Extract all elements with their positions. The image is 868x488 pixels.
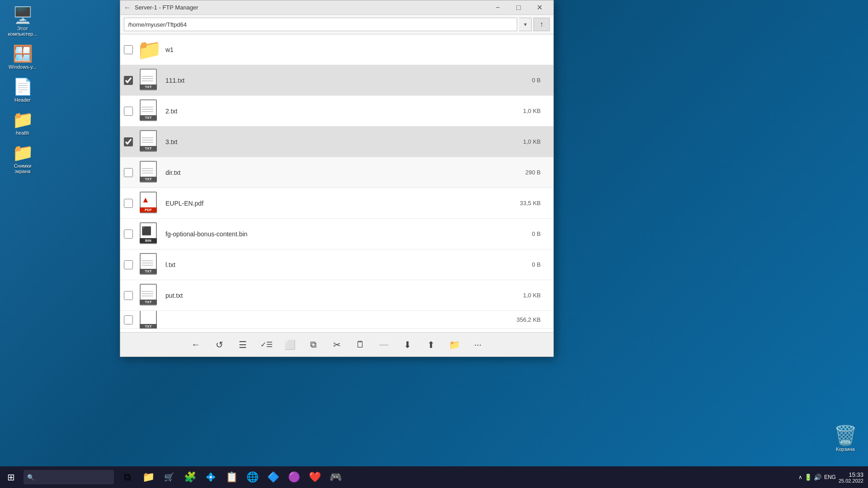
table-row[interactable]: TXT l.txt 0 B (120, 249, 553, 280)
recycle-bin-icon: 🗑️ (834, 424, 857, 446)
file-checkbox[interactable] (124, 137, 133, 146)
computer-label: Этоткомпьютер... (8, 26, 38, 37)
new-folder-button[interactable]: 📁 (444, 335, 464, 355)
table-row[interactable]: ▲ PDF EUPL-EN.pdf 33,5 KB (120, 188, 553, 219)
tray-chevron[interactable]: ∧ (798, 474, 802, 480)
taskbar: ⊞ 🔍 ⧉ 📁 🛒 🧩 💠 📋 🌐 🔷 🟣 ❤️ 🎮 ∧ 🔋 🔊 ENG (0, 466, 868, 488)
lang-indicator: ENG (824, 474, 836, 480)
desktop-icon-computer[interactable]: 🖥️ Этоткомпьютер... (5, 5, 41, 38)
txt-icon: TXT (138, 311, 160, 329)
tray-icons: ∧ 🔋 🔊 (798, 474, 821, 481)
app1-button[interactable]: 🧩 (180, 467, 200, 487)
navigate-up-button[interactable]: ↑ (533, 18, 550, 31)
table-row[interactable]: TXT 2.txt 1,0 KB (120, 96, 553, 127)
table-row[interactable]: 📁 w1 (120, 34, 553, 65)
file-checkbox[interactable] (124, 291, 133, 300)
recycle-bin-label: Корзина (836, 446, 855, 452)
vs-button[interactable]: 🟣 (284, 467, 304, 487)
desktop-icons: 🖥️ Этоткомпьютер... 🪟 Windows-у... 📄 Hea… (5, 5, 41, 176)
file-checkbox[interactable] (124, 107, 133, 116)
header-icon: 📄 (14, 78, 32, 96)
file-name: 2.txt (165, 108, 505, 115)
pdf-icon: ▲ PDF (138, 191, 160, 216)
store-button[interactable]: 🛒 (159, 467, 179, 487)
taskbar-apps: ⧉ 📁 🛒 🧩 💠 📋 🌐 🔷 🟣 ❤️ 🎮 (118, 467, 345, 487)
minimize-button[interactable]: − (487, 0, 508, 15)
file-checkbox[interactable] (124, 260, 133, 269)
vscode-button[interactable]: 🔷 (263, 467, 283, 487)
table-row[interactable]: TXT 111.txt 0 B (120, 65, 553, 96)
close-button[interactable]: ✕ (529, 0, 550, 15)
app4-button[interactable]: ❤️ (305, 467, 325, 487)
back-title-btn[interactable]: ← (124, 4, 131, 12)
file-size: 0 B (505, 77, 541, 84)
back-button[interactable]: ← (186, 335, 206, 355)
table-row[interactable]: ⬛ BIN fg-optional-bonus-content.bin 0 B (120, 219, 553, 249)
file-checkbox[interactable] (124, 199, 133, 208)
file-checkbox[interactable] (124, 45, 133, 54)
desktop-icon-health[interactable]: 📁 health (5, 109, 41, 137)
table-row[interactable]: TXT 356,2 KB (120, 311, 553, 329)
window-controls: − □ ✕ (487, 0, 550, 15)
file-size: 290 B (505, 169, 541, 176)
file-size: 33,5 KB (505, 200, 541, 206)
windows-icon: 🪟 (14, 45, 32, 63)
folder-icon: 📁 (138, 37, 160, 62)
table-row[interactable]: TXT 3.txt 1,0 KB (120, 127, 553, 157)
taskview-button[interactable]: ⧉ (118, 467, 137, 487)
download-button[interactable]: ⬇ (397, 335, 417, 355)
address-bar: ▾ ↑ (120, 15, 553, 34)
cut-button[interactable]: ✂ (327, 335, 347, 355)
taskbar-clock[interactable]: 15:33 25.02.2022 (839, 471, 863, 483)
health-icon: 📁 (14, 111, 32, 129)
search-bar[interactable]: 🔍 (24, 470, 114, 484)
ftp-window: ← Server-1 - FTP Manager − □ ✕ ▾ ↑ 📁 (120, 0, 554, 357)
app3-button[interactable]: 📋 (222, 467, 241, 487)
explorer-button[interactable]: 📁 (138, 467, 158, 487)
file-size: 1,0 KB (505, 292, 541, 299)
address-dropdown-button[interactable]: ▾ (519, 18, 532, 31)
separator: — (374, 335, 394, 355)
file-name: fg-optional-bonus-content.bin (165, 230, 505, 238)
computer-icon: 🖥️ (14, 6, 32, 24)
list-button[interactable]: ☰ (233, 335, 253, 355)
upload-button[interactable]: ⬆ (421, 335, 441, 355)
table-row[interactable]: TXT put.txt 1,0 KB (120, 280, 553, 311)
txt-icon: TXT (138, 129, 160, 155)
desktop-icon-screenshots[interactable]: 📁 Снимкиэкрана (5, 142, 41, 176)
browser-button[interactable]: 🌐 (242, 467, 262, 487)
file-size: 0 B (505, 230, 541, 237)
header-label: Header (14, 97, 31, 103)
clock-time: 15:33 (839, 471, 863, 478)
file-size: 356,2 KB (505, 316, 541, 323)
recycle-bin[interactable]: 🗑️ Корзина (827, 424, 863, 452)
maximize-button[interactable]: □ (508, 0, 529, 15)
desktop-icon-windows[interactable]: 🪟 Windows-у... (5, 43, 41, 71)
desktop-icon-header[interactable]: 📄 Header (5, 76, 41, 104)
file-checkbox[interactable] (124, 168, 133, 177)
file-name: w1 (165, 46, 505, 53)
table-row[interactable]: TXT dir.txt 290 B (120, 157, 553, 188)
file-checkbox[interactable] (124, 76, 133, 85)
app2-button[interactable]: 💠 (201, 467, 221, 487)
file-size: 1,0 KB (505, 138, 541, 145)
window-title: Server-1 - FTP Manager (135, 4, 198, 11)
copy-to-button[interactable]: ⬜ (280, 335, 300, 355)
file-name: 3.txt (165, 138, 505, 145)
file-checkbox[interactable] (124, 230, 133, 239)
rename-button[interactable]: 🗒 (350, 335, 370, 355)
select-all-button[interactable]: ✓☰ (256, 335, 276, 355)
taskbar-tray: ∧ 🔋 🔊 ENG 15:33 25.02.2022 (798, 471, 868, 483)
volume-icon[interactable]: 🔊 (814, 474, 821, 481)
start-button[interactable]: ⊞ (0, 466, 22, 488)
more-button[interactable]: ··· (468, 335, 488, 355)
file-checkbox[interactable] (124, 315, 133, 324)
file-name: 111.txt (165, 77, 505, 84)
paste-button[interactable]: ⧉ (303, 335, 323, 355)
address-input[interactable] (124, 18, 517, 31)
window-titlebar: ← Server-1 - FTP Manager − □ ✕ (120, 0, 553, 15)
screenshots-label: Снимкиэкрана (14, 163, 32, 174)
refresh-button[interactable]: ↺ (209, 335, 229, 355)
txt-icon: TXT (138, 283, 160, 308)
app5-button[interactable]: 🎮 (326, 467, 345, 487)
